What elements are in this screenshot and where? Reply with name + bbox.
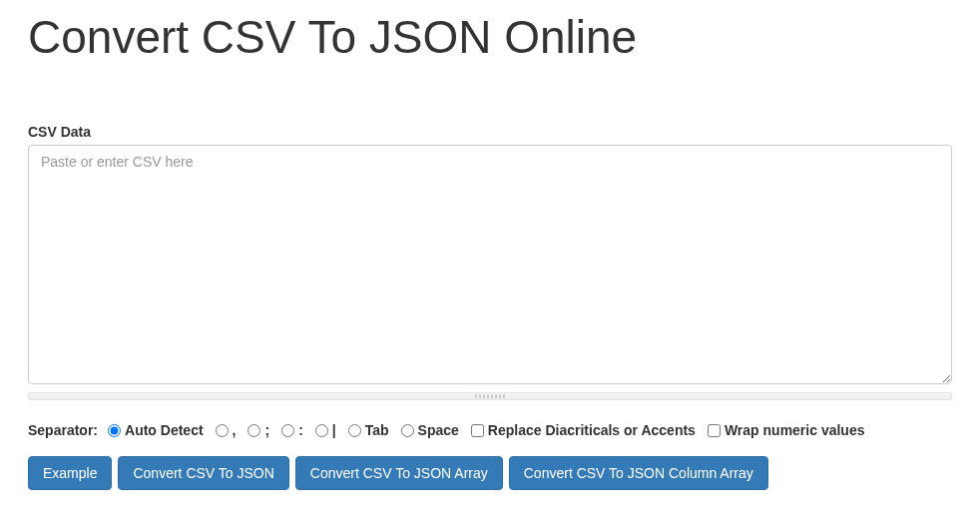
csv-data-input[interactable]: [28, 145, 952, 384]
separator-auto-radio[interactable]: [108, 424, 121, 437]
separator-tab-radio[interactable]: [348, 424, 361, 437]
separator-space-label[interactable]: Space: [418, 422, 459, 438]
separator-pipe-radio[interactable]: [315, 424, 328, 437]
separator-tab-label[interactable]: Tab: [365, 422, 389, 438]
resize-handle[interactable]: [28, 392, 952, 400]
separator-semicolon-label[interactable]: ;: [264, 422, 269, 438]
replace-diacriticals-checkbox[interactable]: [471, 424, 484, 437]
separator-pipe-label[interactable]: |: [332, 422, 336, 438]
button-row: Example Convert CSV To JSON Convert CSV …: [28, 456, 952, 490]
convert-json-column-array-button[interactable]: Convert CSV To JSON Column Array: [509, 456, 768, 490]
convert-json-array-button[interactable]: Convert CSV To JSON Array: [295, 456, 503, 490]
csv-data-label: CSV Data: [28, 124, 952, 140]
wrap-numeric-label[interactable]: Wrap numeric values: [725, 422, 865, 438]
separator-comma-label[interactable]: ,: [233, 422, 237, 438]
separator-semicolon-radio[interactable]: [247, 424, 260, 437]
separator-label: Separator:: [28, 422, 98, 438]
example-button[interactable]: Example: [28, 456, 112, 490]
wrap-numeric-checkbox[interactable]: [708, 424, 721, 437]
page-title: Convert CSV To JSON Online: [28, 10, 952, 64]
convert-json-button[interactable]: Convert CSV To JSON: [118, 456, 288, 490]
separator-auto-label[interactable]: Auto Detect: [125, 422, 204, 438]
replace-diacriticals-label[interactable]: Replace Diacriticals or Accents: [488, 422, 696, 438]
separator-space-radio[interactable]: [401, 424, 414, 437]
options-row: Separator: Auto Detect , ; : | Tab Space…: [28, 422, 952, 438]
separator-colon-radio[interactable]: [281, 424, 294, 437]
separator-comma-radio[interactable]: [216, 424, 229, 437]
separator-colon-label[interactable]: :: [298, 422, 303, 438]
